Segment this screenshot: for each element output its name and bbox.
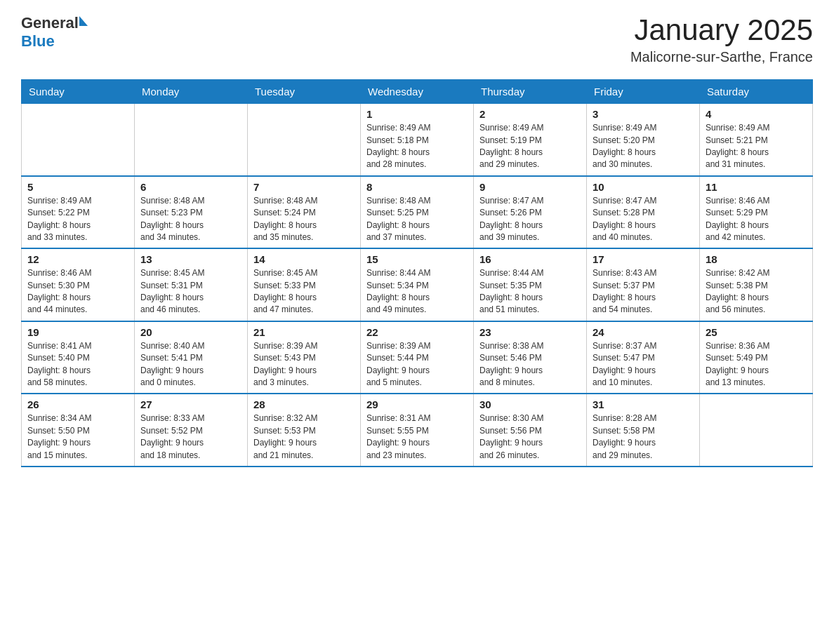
day-number: 11 <box>706 181 807 193</box>
day-number: 21 <box>253 326 355 338</box>
day-number: 24 <box>593 326 694 338</box>
day-info: Sunrise: 8:48 AMSunset: 5:23 PMDaylight:… <box>140 195 241 244</box>
logo: General Blue <box>21 14 88 51</box>
calendar-cell: 16Sunrise: 8:44 AMSunset: 5:35 PMDayligh… <box>474 248 587 321</box>
calendar-cell: 19Sunrise: 8:41 AMSunset: 5:40 PMDayligh… <box>22 321 135 394</box>
calendar-week-row: 5Sunrise: 8:49 AMSunset: 5:22 PMDaylight… <box>22 176 813 249</box>
calendar-week-row: 26Sunrise: 8:34 AMSunset: 5:50 PMDayligh… <box>22 394 813 467</box>
weekday-header-tuesday: Tuesday <box>248 80 361 104</box>
calendar-cell: 21Sunrise: 8:39 AMSunset: 5:43 PMDayligh… <box>248 321 361 394</box>
calendar-cell: 6Sunrise: 8:48 AMSunset: 5:23 PMDaylight… <box>135 176 248 249</box>
day-number: 27 <box>140 398 241 410</box>
day-info: Sunrise: 8:39 AMSunset: 5:43 PMDaylight:… <box>253 340 355 389</box>
day-number: 25 <box>706 326 807 338</box>
calendar-header: SundayMondayTuesdayWednesdayThursdayFrid… <box>22 80 813 104</box>
calendar-cell: 30Sunrise: 8:30 AMSunset: 5:56 PMDayligh… <box>474 394 587 467</box>
calendar-cell: 12Sunrise: 8:46 AMSunset: 5:30 PMDayligh… <box>22 248 135 321</box>
page-header: General Blue January 2025 Malicorne-sur-… <box>21 14 813 65</box>
calendar-body: 1Sunrise: 8:49 AMSunset: 5:18 PMDaylight… <box>22 104 813 467</box>
calendar-cell: 23Sunrise: 8:38 AMSunset: 5:46 PMDayligh… <box>474 321 587 394</box>
day-number: 20 <box>140 326 241 338</box>
page-title: January 2025 <box>630 14 813 46</box>
day-info: Sunrise: 8:49 AMSunset: 5:18 PMDaylight:… <box>366 122 468 171</box>
calendar-week-row: 1Sunrise: 8:49 AMSunset: 5:18 PMDaylight… <box>22 104 813 176</box>
calendar-cell: 26Sunrise: 8:34 AMSunset: 5:50 PMDayligh… <box>22 394 135 467</box>
day-info: Sunrise: 8:47 AMSunset: 5:26 PMDaylight:… <box>479 195 581 244</box>
calendar-cell: 11Sunrise: 8:46 AMSunset: 5:29 PMDayligh… <box>700 176 813 249</box>
logo-arrow-icon <box>79 16 88 26</box>
day-info: Sunrise: 8:42 AMSunset: 5:38 PMDaylight:… <box>706 267 807 316</box>
calendar-cell: 9Sunrise: 8:47 AMSunset: 5:26 PMDaylight… <box>474 176 587 249</box>
day-number: 15 <box>366 253 468 265</box>
calendar-cell <box>22 104 135 176</box>
calendar-cell: 29Sunrise: 8:31 AMSunset: 5:55 PMDayligh… <box>361 394 474 467</box>
day-number: 13 <box>140 253 241 265</box>
calendar-cell: 4Sunrise: 8:49 AMSunset: 5:21 PMDaylight… <box>700 104 813 176</box>
calendar-cell: 8Sunrise: 8:48 AMSunset: 5:25 PMDaylight… <box>361 176 474 249</box>
calendar-cell <box>700 394 813 467</box>
day-number: 4 <box>706 108 807 120</box>
day-info: Sunrise: 8:49 AMSunset: 5:20 PMDaylight:… <box>593 122 694 171</box>
day-info: Sunrise: 8:36 AMSunset: 5:49 PMDaylight:… <box>706 340 807 389</box>
day-number: 1 <box>366 108 468 120</box>
calendar-cell: 10Sunrise: 8:47 AMSunset: 5:28 PMDayligh… <box>587 176 700 249</box>
day-info: Sunrise: 8:47 AMSunset: 5:28 PMDaylight:… <box>593 195 694 244</box>
day-number: 8 <box>366 181 468 193</box>
day-number: 14 <box>253 253 355 265</box>
day-info: Sunrise: 8:49 AMSunset: 5:19 PMDaylight:… <box>479 122 581 171</box>
calendar-cell: 14Sunrise: 8:45 AMSunset: 5:33 PMDayligh… <box>248 248 361 321</box>
day-number: 30 <box>479 398 581 410</box>
day-info: Sunrise: 8:38 AMSunset: 5:46 PMDaylight:… <box>479 340 581 389</box>
day-number: 28 <box>253 398 355 410</box>
day-number: 17 <box>593 253 694 265</box>
day-info: Sunrise: 8:49 AMSunset: 5:21 PMDaylight:… <box>706 122 807 171</box>
calendar-cell: 3Sunrise: 8:49 AMSunset: 5:20 PMDaylight… <box>587 104 700 176</box>
day-number: 12 <box>27 253 128 265</box>
weekday-header-saturday: Saturday <box>700 80 813 104</box>
day-number: 29 <box>366 398 468 410</box>
calendar-cell: 17Sunrise: 8:43 AMSunset: 5:37 PMDayligh… <box>587 248 700 321</box>
title-block: January 2025 Malicorne-sur-Sarthe, Franc… <box>630 14 813 65</box>
day-info: Sunrise: 8:39 AMSunset: 5:44 PMDaylight:… <box>366 340 468 389</box>
day-info: Sunrise: 8:31 AMSunset: 5:55 PMDaylight:… <box>366 412 468 462</box>
day-info: Sunrise: 8:45 AMSunset: 5:33 PMDaylight:… <box>253 267 355 316</box>
day-info: Sunrise: 8:46 AMSunset: 5:29 PMDaylight:… <box>706 195 807 244</box>
calendar-cell: 18Sunrise: 8:42 AMSunset: 5:38 PMDayligh… <box>700 248 813 321</box>
logo-blue-text: Blue <box>21 32 55 50</box>
calendar-cell: 13Sunrise: 8:45 AMSunset: 5:31 PMDayligh… <box>135 248 248 321</box>
calendar-cell: 1Sunrise: 8:49 AMSunset: 5:18 PMDaylight… <box>361 104 474 176</box>
day-number: 31 <box>593 398 694 410</box>
day-info: Sunrise: 8:34 AMSunset: 5:50 PMDaylight:… <box>27 412 128 462</box>
weekday-header-row: SundayMondayTuesdayWednesdayThursdayFrid… <box>22 80 813 104</box>
day-number: 26 <box>27 398 128 410</box>
weekday-header-friday: Friday <box>587 80 700 104</box>
day-info: Sunrise: 8:32 AMSunset: 5:53 PMDaylight:… <box>253 412 355 462</box>
day-number: 2 <box>479 108 581 120</box>
day-number: 6 <box>140 181 241 193</box>
day-number: 22 <box>366 326 468 338</box>
day-info: Sunrise: 8:48 AMSunset: 5:25 PMDaylight:… <box>366 195 468 244</box>
weekday-header-thursday: Thursday <box>474 80 587 104</box>
calendar-cell: 5Sunrise: 8:49 AMSunset: 5:22 PMDaylight… <box>22 176 135 249</box>
page-subtitle: Malicorne-sur-Sarthe, France <box>630 49 813 65</box>
day-info: Sunrise: 8:44 AMSunset: 5:35 PMDaylight:… <box>479 267 581 316</box>
calendar-cell: 7Sunrise: 8:48 AMSunset: 5:24 PMDaylight… <box>248 176 361 249</box>
calendar-cell: 22Sunrise: 8:39 AMSunset: 5:44 PMDayligh… <box>361 321 474 394</box>
day-number: 7 <box>253 181 355 193</box>
calendar-week-row: 19Sunrise: 8:41 AMSunset: 5:40 PMDayligh… <box>22 321 813 394</box>
day-number: 10 <box>593 181 694 193</box>
day-info: Sunrise: 8:46 AMSunset: 5:30 PMDaylight:… <box>27 267 128 316</box>
logo-general-text: General <box>21 14 79 32</box>
day-info: Sunrise: 8:37 AMSunset: 5:47 PMDaylight:… <box>593 340 694 389</box>
day-number: 9 <box>479 181 581 193</box>
day-number: 19 <box>27 326 128 338</box>
weekday-header-monday: Monday <box>135 80 248 104</box>
day-number: 16 <box>479 253 581 265</box>
day-number: 5 <box>27 181 128 193</box>
day-number: 3 <box>593 108 694 120</box>
calendar-cell: 25Sunrise: 8:36 AMSunset: 5:49 PMDayligh… <box>700 321 813 394</box>
day-info: Sunrise: 8:33 AMSunset: 5:52 PMDaylight:… <box>140 412 241 462</box>
day-info: Sunrise: 8:40 AMSunset: 5:41 PMDaylight:… <box>140 340 241 389</box>
calendar-table: SundayMondayTuesdayWednesdayThursdayFrid… <box>21 79 813 467</box>
calendar-cell: 2Sunrise: 8:49 AMSunset: 5:19 PMDaylight… <box>474 104 587 176</box>
